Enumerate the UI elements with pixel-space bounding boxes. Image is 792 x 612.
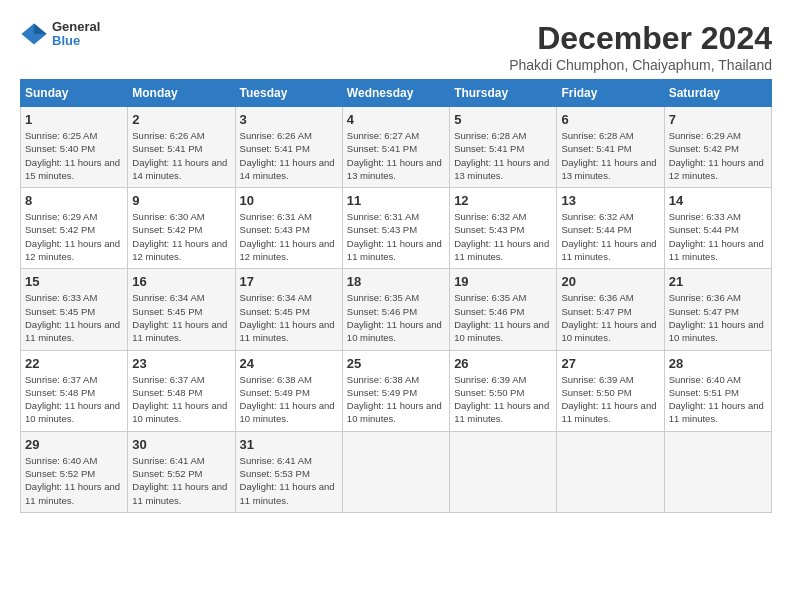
calendar-cell: 20 Sunrise: 6:36 AMSunset: 5:47 PMDaylig… <box>557 269 664 350</box>
day-number: 1 <box>25 112 123 127</box>
day-info: Sunrise: 6:28 AMSunset: 5:41 PMDaylight:… <box>454 129 552 182</box>
day-number: 31 <box>240 437 338 452</box>
day-info: Sunrise: 6:31 AMSunset: 5:43 PMDaylight:… <box>240 210 338 263</box>
day-info: Sunrise: 6:38 AMSunset: 5:49 PMDaylight:… <box>240 373 338 426</box>
day-number: 28 <box>669 356 767 371</box>
calendar-cell: 22 Sunrise: 6:37 AMSunset: 5:48 PMDaylig… <box>21 350 128 431</box>
day-number: 20 <box>561 274 659 289</box>
day-info: Sunrise: 6:32 AMSunset: 5:44 PMDaylight:… <box>561 210 659 263</box>
day-number: 5 <box>454 112 552 127</box>
day-number: 7 <box>669 112 767 127</box>
calendar-cell: 25 Sunrise: 6:38 AMSunset: 5:49 PMDaylig… <box>342 350 449 431</box>
day-number: 3 <box>240 112 338 127</box>
day-number: 21 <box>669 274 767 289</box>
day-info: Sunrise: 6:41 AMSunset: 5:52 PMDaylight:… <box>132 454 230 507</box>
day-number: 27 <box>561 356 659 371</box>
calendar-header: SundayMondayTuesdayWednesdayThursdayFrid… <box>21 80 772 107</box>
weekday-header-sunday: Sunday <box>21 80 128 107</box>
weekday-header-tuesday: Tuesday <box>235 80 342 107</box>
calendar-cell: 26 Sunrise: 6:39 AMSunset: 5:50 PMDaylig… <box>450 350 557 431</box>
day-number: 4 <box>347 112 445 127</box>
day-number: 14 <box>669 193 767 208</box>
calendar-cell: 17 Sunrise: 6:34 AMSunset: 5:45 PMDaylig… <box>235 269 342 350</box>
day-number: 16 <box>132 274 230 289</box>
day-info: Sunrise: 6:28 AMSunset: 5:41 PMDaylight:… <box>561 129 659 182</box>
day-number: 30 <box>132 437 230 452</box>
calendar-cell: 8 Sunrise: 6:29 AMSunset: 5:42 PMDayligh… <box>21 188 128 269</box>
day-info: Sunrise: 6:41 AMSunset: 5:53 PMDaylight:… <box>240 454 338 507</box>
day-info: Sunrise: 6:36 AMSunset: 5:47 PMDaylight:… <box>561 291 659 344</box>
day-info: Sunrise: 6:26 AMSunset: 5:41 PMDaylight:… <box>240 129 338 182</box>
title-area: December 2024 Phakdi Chumphon, Chaiyaphu… <box>509 20 772 73</box>
logo-general-text: General <box>52 20 100 34</box>
day-number: 17 <box>240 274 338 289</box>
day-info: Sunrise: 6:38 AMSunset: 5:49 PMDaylight:… <box>347 373 445 426</box>
day-info: Sunrise: 6:33 AMSunset: 5:45 PMDaylight:… <box>25 291 123 344</box>
day-info: Sunrise: 6:39 AMSunset: 5:50 PMDaylight:… <box>561 373 659 426</box>
calendar-cell: 14 Sunrise: 6:33 AMSunset: 5:44 PMDaylig… <box>664 188 771 269</box>
calendar-cell: 21 Sunrise: 6:36 AMSunset: 5:47 PMDaylig… <box>664 269 771 350</box>
day-number: 8 <box>25 193 123 208</box>
weekday-header-saturday: Saturday <box>664 80 771 107</box>
day-info: Sunrise: 6:36 AMSunset: 5:47 PMDaylight:… <box>669 291 767 344</box>
day-info: Sunrise: 6:37 AMSunset: 5:48 PMDaylight:… <box>25 373 123 426</box>
day-number: 6 <box>561 112 659 127</box>
calendar-body: 1 Sunrise: 6:25 AMSunset: 5:40 PMDayligh… <box>21 107 772 513</box>
calendar-cell: 15 Sunrise: 6:33 AMSunset: 5:45 PMDaylig… <box>21 269 128 350</box>
calendar-week-row: 29 Sunrise: 6:40 AMSunset: 5:52 PMDaylig… <box>21 431 772 512</box>
day-number: 10 <box>240 193 338 208</box>
calendar-cell: 10 Sunrise: 6:31 AMSunset: 5:43 PMDaylig… <box>235 188 342 269</box>
calendar-cell: 3 Sunrise: 6:26 AMSunset: 5:41 PMDayligh… <box>235 107 342 188</box>
calendar-week-row: 15 Sunrise: 6:33 AMSunset: 5:45 PMDaylig… <box>21 269 772 350</box>
location-subtitle: Phakdi Chumphon, Chaiyaphum, Thailand <box>509 57 772 73</box>
header: General Blue December 2024 Phakdi Chumph… <box>20 20 772 73</box>
weekday-header-wednesday: Wednesday <box>342 80 449 107</box>
day-info: Sunrise: 6:25 AMSunset: 5:40 PMDaylight:… <box>25 129 123 182</box>
calendar-cell: 18 Sunrise: 6:35 AMSunset: 5:46 PMDaylig… <box>342 269 449 350</box>
day-number: 25 <box>347 356 445 371</box>
calendar-cell: 24 Sunrise: 6:38 AMSunset: 5:49 PMDaylig… <box>235 350 342 431</box>
day-number: 15 <box>25 274 123 289</box>
day-info: Sunrise: 6:33 AMSunset: 5:44 PMDaylight:… <box>669 210 767 263</box>
day-number: 13 <box>561 193 659 208</box>
calendar-cell: 11 Sunrise: 6:31 AMSunset: 5:43 PMDaylig… <box>342 188 449 269</box>
day-number: 12 <box>454 193 552 208</box>
day-number: 23 <box>132 356 230 371</box>
day-info: Sunrise: 6:35 AMSunset: 5:46 PMDaylight:… <box>347 291 445 344</box>
weekday-header-monday: Monday <box>128 80 235 107</box>
svg-marker-1 <box>34 24 47 35</box>
calendar-cell: 27 Sunrise: 6:39 AMSunset: 5:50 PMDaylig… <box>557 350 664 431</box>
calendar-cell <box>557 431 664 512</box>
day-info: Sunrise: 6:39 AMSunset: 5:50 PMDaylight:… <box>454 373 552 426</box>
calendar-week-row: 1 Sunrise: 6:25 AMSunset: 5:40 PMDayligh… <box>21 107 772 188</box>
calendar-cell: 7 Sunrise: 6:29 AMSunset: 5:42 PMDayligh… <box>664 107 771 188</box>
calendar-week-row: 8 Sunrise: 6:29 AMSunset: 5:42 PMDayligh… <box>21 188 772 269</box>
calendar-cell: 31 Sunrise: 6:41 AMSunset: 5:53 PMDaylig… <box>235 431 342 512</box>
day-number: 18 <box>347 274 445 289</box>
logo: General Blue <box>20 20 100 49</box>
day-info: Sunrise: 6:27 AMSunset: 5:41 PMDaylight:… <box>347 129 445 182</box>
calendar-cell: 6 Sunrise: 6:28 AMSunset: 5:41 PMDayligh… <box>557 107 664 188</box>
day-info: Sunrise: 6:35 AMSunset: 5:46 PMDaylight:… <box>454 291 552 344</box>
day-info: Sunrise: 6:34 AMSunset: 5:45 PMDaylight:… <box>132 291 230 344</box>
day-number: 29 <box>25 437 123 452</box>
calendar-cell: 2 Sunrise: 6:26 AMSunset: 5:41 PMDayligh… <box>128 107 235 188</box>
calendar-cell <box>664 431 771 512</box>
day-info: Sunrise: 6:31 AMSunset: 5:43 PMDaylight:… <box>347 210 445 263</box>
logo-blue-text: Blue <box>52 34 100 48</box>
calendar-cell: 12 Sunrise: 6:32 AMSunset: 5:43 PMDaylig… <box>450 188 557 269</box>
day-info: Sunrise: 6:26 AMSunset: 5:41 PMDaylight:… <box>132 129 230 182</box>
weekday-header-thursday: Thursday <box>450 80 557 107</box>
calendar-cell <box>450 431 557 512</box>
calendar-cell: 23 Sunrise: 6:37 AMSunset: 5:48 PMDaylig… <box>128 350 235 431</box>
calendar-week-row: 22 Sunrise: 6:37 AMSunset: 5:48 PMDaylig… <box>21 350 772 431</box>
calendar-cell: 5 Sunrise: 6:28 AMSunset: 5:41 PMDayligh… <box>450 107 557 188</box>
day-number: 9 <box>132 193 230 208</box>
day-number: 24 <box>240 356 338 371</box>
calendar-table: SundayMondayTuesdayWednesdayThursdayFrid… <box>20 79 772 513</box>
calendar-cell: 19 Sunrise: 6:35 AMSunset: 5:46 PMDaylig… <box>450 269 557 350</box>
calendar-cell: 28 Sunrise: 6:40 AMSunset: 5:51 PMDaylig… <box>664 350 771 431</box>
weekday-header-friday: Friday <box>557 80 664 107</box>
calendar-cell: 1 Sunrise: 6:25 AMSunset: 5:40 PMDayligh… <box>21 107 128 188</box>
weekday-header-row: SundayMondayTuesdayWednesdayThursdayFrid… <box>21 80 772 107</box>
